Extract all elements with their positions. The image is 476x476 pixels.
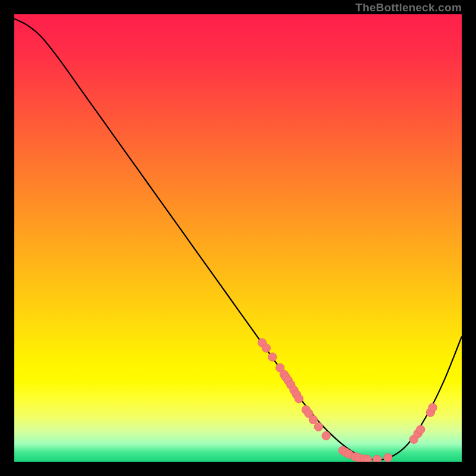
data-point bbox=[268, 353, 277, 361]
data-point bbox=[309, 415, 317, 424]
plot-area bbox=[14, 14, 462, 462]
scatter-points bbox=[258, 339, 437, 462]
data-point bbox=[314, 422, 322, 431]
chart-svg bbox=[14, 14, 462, 462]
data-point bbox=[373, 455, 381, 462]
data-point bbox=[262, 344, 270, 352]
data-point bbox=[363, 455, 371, 462]
chart-container: TheBottleneck.com bbox=[0, 0, 476, 476]
data-point bbox=[322, 431, 330, 440]
watermark: TheBottleneck.com bbox=[355, 1, 462, 14]
data-point bbox=[384, 453, 392, 462]
data-point bbox=[416, 425, 425, 434]
bottleneck-curve bbox=[14, 19, 462, 460]
data-point bbox=[428, 403, 437, 412]
data-point bbox=[295, 394, 303, 403]
